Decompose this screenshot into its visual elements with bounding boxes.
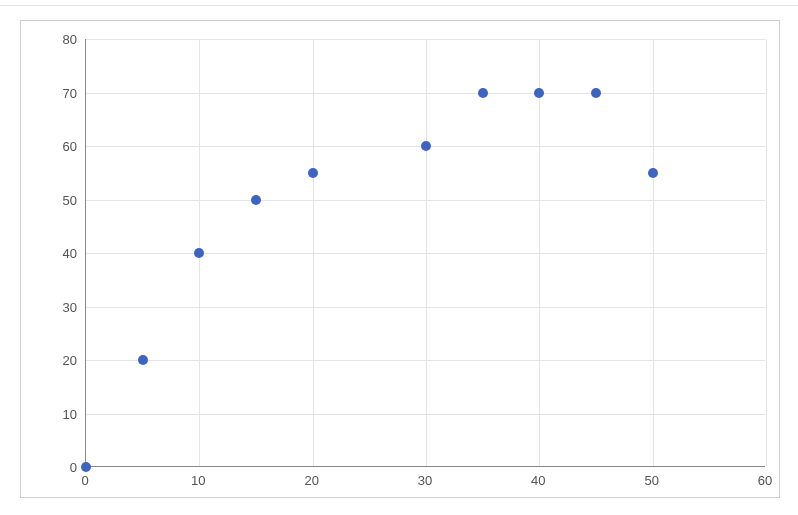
scatter-chart: 010203040506001020304050607080 bbox=[20, 20, 780, 498]
x-tick-label: 40 bbox=[531, 473, 545, 488]
y-tick-label: 50 bbox=[63, 192, 77, 207]
gridline-horizontal bbox=[86, 307, 765, 308]
plot-area bbox=[85, 39, 765, 467]
gridline-horizontal bbox=[86, 39, 765, 40]
x-tick-label: 0 bbox=[81, 473, 88, 488]
data-point bbox=[591, 88, 601, 98]
y-tick-label: 70 bbox=[63, 85, 77, 100]
gridline-horizontal bbox=[86, 200, 765, 201]
x-tick-label: 60 bbox=[758, 473, 772, 488]
gridline-horizontal bbox=[86, 414, 765, 415]
data-point bbox=[478, 88, 488, 98]
y-tick-label: 0 bbox=[70, 460, 77, 475]
data-point bbox=[308, 168, 318, 178]
gridline-horizontal bbox=[86, 360, 765, 361]
top-divider bbox=[0, 0, 798, 6]
y-tick-label: 80 bbox=[63, 32, 77, 47]
data-point bbox=[138, 355, 148, 365]
data-point bbox=[421, 141, 431, 151]
gridline-horizontal bbox=[86, 93, 765, 94]
x-tick-label: 20 bbox=[304, 473, 318, 488]
data-point bbox=[194, 248, 204, 258]
data-point bbox=[648, 168, 658, 178]
data-point bbox=[251, 195, 261, 205]
x-tick-label: 50 bbox=[644, 473, 658, 488]
gridline-vertical bbox=[766, 39, 767, 466]
x-tick-label: 10 bbox=[191, 473, 205, 488]
data-point bbox=[81, 462, 91, 472]
y-tick-label: 30 bbox=[63, 299, 77, 314]
y-tick-label: 10 bbox=[63, 406, 77, 421]
x-tick-label: 30 bbox=[418, 473, 432, 488]
data-point bbox=[534, 88, 544, 98]
gridline-horizontal bbox=[86, 253, 765, 254]
y-tick-label: 40 bbox=[63, 246, 77, 261]
y-tick-label: 20 bbox=[63, 353, 77, 368]
y-tick-label: 60 bbox=[63, 139, 77, 154]
